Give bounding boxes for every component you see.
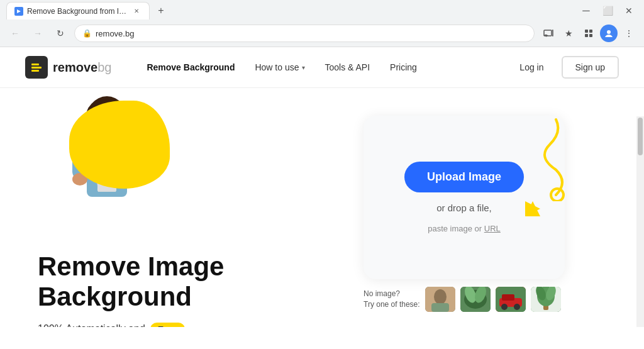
extensions-button[interactable] bbox=[580, 25, 597, 42]
thumbnail-2[interactable] bbox=[460, 287, 491, 312]
menu-button[interactable]: ⋮ bbox=[620, 25, 638, 42]
hero-image bbox=[50, 94, 176, 220]
window-controls: ─ ⬜ ✕ bbox=[577, 3, 638, 18]
new-tab-button[interactable]: + bbox=[152, 2, 170, 19]
svg-point-30 bbox=[434, 289, 447, 304]
triangle-decoration bbox=[525, 201, 540, 219]
close-window-button[interactable]: ✕ bbox=[620, 3, 638, 18]
drop-text: or drop a file, bbox=[436, 202, 492, 214]
logo-icon bbox=[25, 56, 48, 79]
signup-button[interactable]: Sign up bbox=[562, 56, 619, 79]
cast-button[interactable] bbox=[540, 25, 557, 42]
svg-rect-5 bbox=[589, 30, 592, 33]
upload-image-button[interactable]: Upload Image bbox=[404, 162, 524, 192]
tab-favicon bbox=[14, 7, 23, 16]
reload-button[interactable]: ↻ bbox=[52, 25, 69, 42]
svg-point-3 bbox=[546, 36, 547, 37]
svg-rect-4 bbox=[585, 30, 588, 33]
svg-point-8 bbox=[607, 30, 611, 34]
chevron-down-icon: ▾ bbox=[302, 64, 305, 71]
free-badge: Free bbox=[150, 323, 186, 327]
hero-title: Remove Image Background bbox=[38, 252, 322, 313]
browser-action-buttons: ★ ⋮ bbox=[540, 25, 638, 42]
scrollbar[interactable] bbox=[636, 116, 644, 327]
nav-remove-background[interactable]: Remove Background bbox=[136, 57, 245, 77]
tab-close-button[interactable]: ✕ bbox=[131, 6, 142, 16]
nav-tools-api[interactable]: Tools & API bbox=[315, 57, 380, 77]
site-logo[interactable]: removebg bbox=[25, 56, 111, 79]
thumbnail-1[interactable] bbox=[425, 287, 455, 312]
svg-rect-31 bbox=[431, 303, 449, 312]
thumbnail-3[interactable] bbox=[496, 287, 526, 312]
url-text: remove.bg bbox=[96, 29, 526, 38]
site-nav: removebg Remove Background How to use ▾ … bbox=[0, 47, 644, 88]
nav-right: Log in Sign up bbox=[509, 56, 619, 79]
squiggle-decoration bbox=[518, 113, 569, 204]
yellow-blob-decoration bbox=[69, 101, 170, 189]
forward-button[interactable]: → bbox=[29, 25, 47, 42]
login-button[interactable]: Log in bbox=[509, 57, 553, 77]
profile-button[interactable] bbox=[600, 25, 618, 42]
svg-point-39 bbox=[514, 304, 520, 310]
hero-section: Remove Image Background 100% Automatical… bbox=[0, 88, 644, 327]
hero-right: Upload Image or drop a file, paste image… bbox=[322, 101, 606, 327]
active-tab[interactable]: Remove Background from Ima... ✕ bbox=[6, 2, 150, 19]
address-input[interactable]: 🔒 remove.bg bbox=[74, 25, 535, 42]
thumbnail-bar: No image? Try one of these: bbox=[364, 287, 565, 312]
nav-how-to-use[interactable]: How to use ▾ bbox=[245, 57, 314, 77]
nav-links: Remove Background How to use ▾ Tools & A… bbox=[136, 57, 509, 77]
maximize-button[interactable]: ⬜ bbox=[599, 3, 616, 18]
url-link[interactable]: URL bbox=[484, 224, 501, 233]
hero-left: Remove Image Background 100% Automatical… bbox=[38, 101, 322, 327]
svg-rect-7 bbox=[589, 34, 592, 37]
bookmark-button[interactable]: ★ bbox=[560, 25, 577, 42]
svg-rect-6 bbox=[585, 34, 588, 37]
nav-pricing[interactable]: Pricing bbox=[380, 57, 427, 77]
svg-point-38 bbox=[501, 304, 508, 310]
thumbnail-4[interactable] bbox=[531, 287, 561, 312]
logo-text: removebg bbox=[53, 60, 111, 75]
svg-rect-40 bbox=[502, 294, 514, 301]
tab-title: Remove Background from Ima... bbox=[27, 7, 128, 16]
back-button[interactable]: ← bbox=[6, 25, 24, 42]
hero-subtitle: 100% Automatically and Free bbox=[38, 323, 322, 327]
browser-chrome: Remove Background from Ima... ✕ + ─ ⬜ ✕ … bbox=[0, 0, 644, 47]
no-image-label: No image? Try one of these: bbox=[364, 289, 420, 310]
tab-bar: Remove Background from Ima... ✕ + ─ ⬜ ✕ bbox=[0, 0, 644, 21]
paste-hint: paste image or URL bbox=[428, 224, 501, 233]
website-content: removebg Remove Background How to use ▾ … bbox=[0, 47, 644, 327]
secure-icon: 🔒 bbox=[82, 29, 92, 38]
address-bar: ← → ↻ 🔒 remove.bg ★ bbox=[0, 21, 644, 47]
minimize-button[interactable]: ─ bbox=[577, 3, 595, 18]
scrollbar-thumb[interactable] bbox=[638, 118, 643, 155]
